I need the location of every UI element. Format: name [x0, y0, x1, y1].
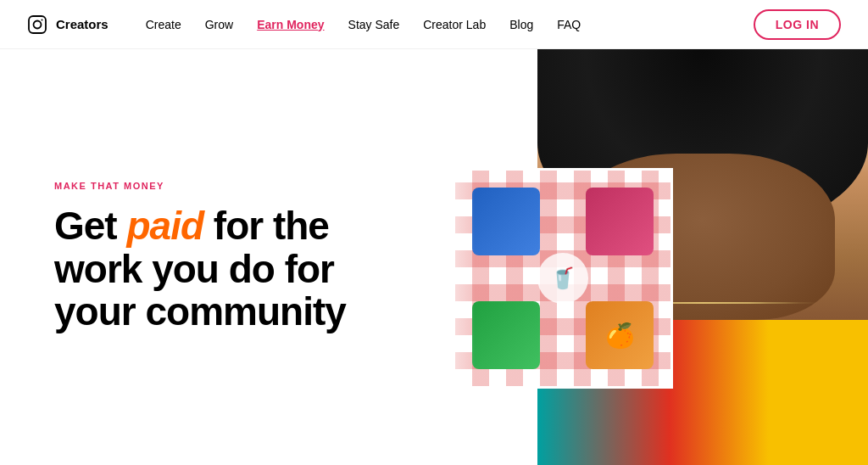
nav-creator-lab[interactable]: Creator Lab	[413, 11, 496, 38]
hero-section: MAKE THAT MONEY Get paid for the work yo…	[0, 49, 868, 465]
flatlay-item-2	[586, 188, 654, 255]
svg-point-1	[34, 20, 42, 28]
svg-rect-0	[29, 16, 46, 33]
flatlay-item-3	[472, 301, 540, 369]
headline-part1: Get	[54, 204, 126, 248]
image-fade-overlay	[424, 49, 475, 465]
nav-earn-money[interactable]: Earn Money	[247, 11, 334, 38]
nav-faq[interactable]: FAQ	[547, 11, 591, 38]
hero-headline: Get paid for the work you do for your co…	[54, 204, 405, 333]
hero-left-content: MAKE THAT MONEY Get paid for the work yo…	[0, 49, 432, 465]
login-button[interactable]: LOG IN	[754, 9, 841, 40]
logo-link[interactable]: Creators	[27, 14, 108, 35]
headline-highlight: paid	[126, 204, 203, 248]
logo-text: Creators	[56, 17, 108, 31]
nav-create[interactable]: Create	[136, 11, 192, 38]
flatlay-photo: 🍊 🥤	[453, 168, 673, 389]
nav-stay-safe[interactable]: Stay Safe	[338, 11, 410, 38]
svg-point-2	[42, 19, 43, 20]
main-nav: Create Grow Earn Money Stay Safe Creator…	[136, 11, 754, 38]
flatlay-item-1	[472, 188, 540, 255]
flatlay-center-item: 🥤	[537, 253, 588, 304]
hero-eyebrow: MAKE THAT MONEY	[54, 181, 405, 191]
flatlay-item-4: 🍊	[586, 301, 654, 369]
site-header: Creators Create Grow Earn Money Stay Saf…	[0, 0, 868, 49]
nav-grow[interactable]: Grow	[195, 11, 243, 38]
hero-image-area: 🍊 🥤	[453, 49, 868, 465]
nav-blog[interactable]: Blog	[499, 11, 543, 38]
flatlay-background: 🍊 🥤	[455, 171, 670, 386]
instagram-icon	[27, 14, 47, 35]
